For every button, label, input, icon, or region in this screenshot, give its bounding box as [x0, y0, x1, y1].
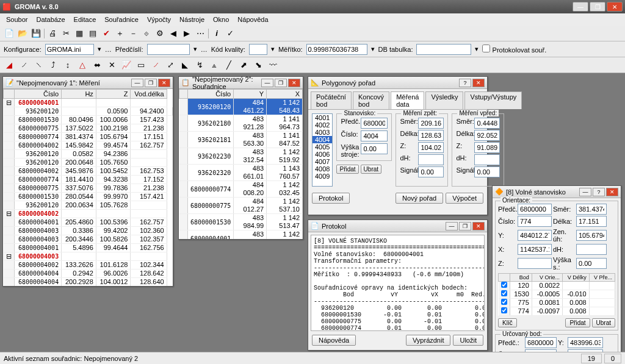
status-left: Aktivní seznam souřadnic: Nepojmenovaný … — [4, 355, 138, 362]
predcisli-input[interactable] — [147, 44, 190, 55]
mereni-title: "Nepojmenovaný 1": Měření — [16, 79, 100, 87]
window-volne-stanovisko[interactable]: 🔶[8] Volné stanovisko —?✕ Orientace: Pře… — [492, 185, 621, 364]
menu-databáze[interactable]: Databáze — [32, 15, 68, 24]
poly-vypocet[interactable]: Výpočet — [446, 193, 483, 204]
window-protokol[interactable]: 📄Protokol —❐✕ [8] VOLNÉ STANOVISKO =====… — [308, 219, 488, 351]
vs-ubrat[interactable]: Ubrat — [592, 318, 615, 327]
dots-icon[interactable]: ⋯ — [195, 28, 206, 39]
right-icon[interactable]: ▶ — [181, 28, 192, 39]
sour-table[interactable]: ČísloYX936200120484 461.221 142 548.4393… — [179, 89, 303, 239]
toolbar-calc: ◢ ⟋ ⟍ ⤴ ↕ △ ⬌ ✕ 📈 ▭ ⟋ ⤢ ◣ ↯ ⟁ ╱ ⬈ ⬊ 〰 — [0, 57, 625, 73]
print-icon[interactable]: 🖨 — [47, 28, 58, 39]
check-icon[interactable]: ✓ — [225, 28, 236, 39]
vs-icon: 🔶 — [495, 188, 504, 196]
konf-browse[interactable]: … — [105, 46, 112, 53]
vs-klic[interactable]: Klíč — [498, 318, 517, 327]
tab-2[interactable]: Měřená data — [391, 91, 424, 109]
info-icon[interactable]: i — [211, 28, 222, 39]
close-icon[interactable]: ✕ — [472, 222, 485, 230]
tab-0[interactable]: Počáteční bod — [311, 91, 352, 109]
menu-souřadnice[interactable]: Souřadnice — [101, 15, 142, 24]
menu-nápověda[interactable]: Nápověda — [234, 15, 272, 24]
poly-pridat[interactable]: Přidat — [336, 165, 358, 174]
poly-ubrat[interactable]: Ubrat — [361, 165, 381, 174]
poly-predc[interactable] — [361, 118, 388, 129]
window-polygon[interactable]: 📐Polygonový pořad ?✕ Počáteční bodKoncov… — [308, 76, 488, 215]
vs-pridat[interactable]: Přidat — [565, 318, 590, 327]
kod-label: Kód kvality: — [211, 46, 245, 53]
menu-nástroje[interactable]: Nástroje — [176, 15, 208, 24]
poly-icon: 📐 — [311, 79, 319, 87]
sour-title: "Nepojmenovaný 2": Souřadnice — [192, 76, 261, 90]
poly-cislo[interactable] — [361, 130, 388, 141]
minus-icon[interactable]: － — [128, 28, 139, 39]
cut-icon[interactable]: ✂ — [60, 28, 71, 39]
configbar: Konfigurace: ▾ … Předčíslí: ▾ … Kód kval… — [0, 41, 625, 57]
protokol-clear[interactable]: Vyprázdnit — [406, 335, 451, 346]
menu-okno[interactable]: Okno — [209, 15, 233, 24]
app-titlebar: 🟥GROMA v. 8.0 — ❐ ✕ — [0, 0, 625, 13]
doc-icon: 📄 — [311, 222, 319, 230]
poly-tabs[interactable]: Počáteční bodKoncový bodMěřená dataVýsle… — [308, 91, 487, 110]
left-icon[interactable]: ◀ — [168, 28, 179, 39]
doc-icon: 📋 — [181, 79, 190, 87]
konfigurace-input[interactable] — [45, 44, 94, 55]
protokolovat-checkbox[interactable]: Protokolovat souř. — [482, 45, 546, 54]
protokol-help[interactable]: Nápověda — [312, 335, 356, 346]
flag-icon[interactable]: ✔ — [101, 28, 112, 39]
maximize-icon[interactable]: ❐ — [145, 79, 157, 87]
list-item[interactable]: 4004 — [312, 136, 332, 143]
statusbar: Aktivní seznam souřadnic: Nepojmenovaný … — [0, 352, 625, 364]
save-icon[interactable]: 💾 — [31, 28, 42, 39]
close-button[interactable]: ✕ — [607, 2, 623, 12]
list-item[interactable]: 4001 — [312, 114, 332, 121]
maximize-button[interactable]: ❐ — [590, 2, 605, 12]
vs-table[interactable]: BodV Orie...V DélkyV Pře...1200.00221530… — [498, 273, 615, 316]
menu-výpočty[interactable]: Výpočty — [143, 15, 175, 24]
list-item[interactable]: 4002 — [312, 121, 332, 129]
compass-icon[interactable]: ⟐ — [141, 28, 152, 39]
minimize-button[interactable]: — — [573, 2, 588, 12]
poly-protokol[interactable]: Protokol — [312, 193, 350, 204]
close-icon[interactable]: ✕ — [606, 188, 618, 196]
meritko-input[interactable] — [306, 44, 367, 55]
list-item[interactable]: 4006 — [312, 151, 332, 158]
new-icon[interactable]: 📄 — [4, 28, 15, 39]
list-item[interactable]: 4009 — [312, 173, 332, 180]
minimize-icon[interactable]: — — [131, 79, 143, 87]
list-item[interactable]: 4003 — [312, 129, 332, 136]
close-icon[interactable]: ✕ — [472, 79, 485, 87]
list-item[interactable]: 4008 — [312, 165, 332, 173]
db-input[interactable] — [416, 44, 471, 55]
list-item[interactable]: 4005 — [312, 143, 332, 151]
predcisli-label: Předčíslí: — [115, 46, 143, 53]
menubar[interactable]: SouborDatabázeEditaceSouřadniceVýpočtyNá… — [0, 13, 625, 26]
kod-input[interactable] — [249, 44, 267, 55]
plus-icon[interactable]: ＋ — [114, 28, 125, 39]
settings-icon[interactable]: ⚙ — [154, 28, 165, 39]
window-souradnice[interactable]: 📋"Nepojmenovaný 2": Souřadnice —❐✕ Číslo… — [178, 76, 303, 240]
konfigurace-label: Konfigurace: — [4, 46, 42, 53]
list-icon[interactable]: ▤ — [87, 28, 98, 39]
protokol-text[interactable]: [8] VOLNÉ STANOVISKO ===================… — [311, 235, 485, 331]
tab-1[interactable]: Koncový bod — [353, 91, 389, 109]
menu-soubor[interactable]: Soubor — [2, 15, 31, 24]
grid-icon[interactable]: ▦ — [74, 28, 85, 39]
menu-editace[interactable]: Editace — [70, 15, 100, 24]
poly-title: Polygonový pořad — [322, 79, 375, 87]
list-item[interactable]: 4007 — [312, 158, 332, 165]
protokol-save[interactable]: Uložit — [453, 335, 483, 346]
close-icon[interactable]: ✕ — [288, 79, 300, 87]
tab-4[interactable]: Vstupy/Výstupy — [464, 91, 522, 109]
poly-vyska[interactable] — [361, 143, 388, 154]
open-icon[interactable]: 📂 — [17, 28, 28, 39]
close-icon[interactable]: ✕ — [158, 79, 170, 87]
mdi-workspace: 📝"Nepojmenovaný 1": Měření —❐✕ ČísloHzZV… — [0, 73, 625, 352]
konf-dropdown[interactable]: ▾ — [98, 45, 101, 53]
vs-title: [8] Volné stanovisko — [506, 188, 566, 196]
tab-3[interactable]: Výsledky — [425, 91, 463, 109]
poly-stanovisko-list[interactable]: 400140024003400440054006400740084009 — [312, 113, 333, 187]
poly-novy[interactable]: Nový pořad — [396, 193, 443, 204]
mereni-table[interactable]: ČísloHzZVod.délka⊟680000040019362001200.… — [3, 89, 173, 286]
window-mereni[interactable]: 📝"Nepojmenovaný 1": Měření —❐✕ ČísloHzZV… — [2, 76, 173, 287]
